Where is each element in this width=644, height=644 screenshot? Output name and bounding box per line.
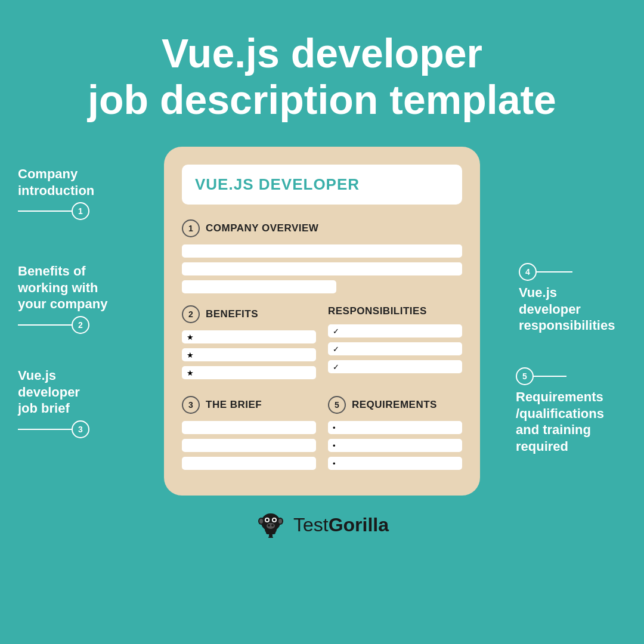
star-icon-2: ★	[187, 351, 194, 360]
responsibility-3: ✓	[328, 360, 462, 373]
badge-5: 5	[516, 367, 534, 385]
section-benefits: 2 BENEFITS ★ ★ ★	[182, 305, 316, 384]
check-icon-3: ✓	[333, 363, 339, 371]
svg-point-8	[266, 519, 268, 521]
job-title-box: VUE.JS DEVELOPER	[182, 165, 462, 205]
brief-line-2	[182, 439, 316, 452]
svg-rect-15	[268, 537, 273, 538]
svg-point-4	[259, 519, 263, 524]
bullet-icon-1: •	[333, 423, 336, 432]
badge-1: 1	[72, 202, 89, 220]
title-line2: job description template	[88, 77, 556, 122]
check-icon-2: ✓	[333, 345, 339, 354]
brand-light: Test	[293, 514, 329, 535]
requirement-1: •	[328, 421, 462, 434]
svg-point-5	[278, 519, 282, 524]
section-requirements: 5 REQUIREMENTS • • •	[328, 396, 462, 475]
responsibility-1: ✓	[328, 324, 462, 338]
star-icon-1: ★	[187, 333, 194, 342]
brief-line-3	[182, 457, 316, 470]
bullet-icon-2: •	[333, 441, 336, 450]
annotation-1: Companyintroduction 1	[18, 166, 94, 220]
check-icon-1: ✓	[333, 327, 339, 336]
title-line1: Vue.js developer	[162, 30, 482, 76]
section-4-title: RESPONSIBILITIES	[328, 305, 427, 317]
gorilla-icon	[255, 509, 286, 540]
badge-3: 3	[72, 420, 89, 438]
requirement-3: •	[328, 457, 462, 470]
ann-3-text: Vue.jsdeveloperjob brief	[18, 367, 80, 417]
section-5-badge: 5	[328, 396, 346, 414]
overview-line-2	[182, 262, 462, 275]
section-company-overview: 1 COMPANY OVERVIEW	[182, 219, 462, 293]
job-title: VUE.JS DEVELOPER	[195, 175, 360, 193]
svg-point-12	[271, 524, 274, 527]
svg-rect-13	[266, 531, 275, 534]
section-responsibilities: RESPONSIBILITIES ✓ ✓ ✓	[328, 305, 462, 384]
annotation-5: 5 Requirements/qualificationsand trainin…	[516, 367, 626, 454]
annotation-4: 4 Vue.jsdeveloperresponsibilities	[519, 263, 626, 334]
section-3-title: THE BRIEF	[206, 399, 262, 411]
ann-5-text: Requirements/qualificationsand trainingr…	[516, 389, 604, 454]
section-2-badge: 2	[182, 305, 200, 323]
svg-point-9	[273, 519, 275, 521]
overview-line-1	[182, 244, 462, 258]
responsibility-2: ✓	[328, 342, 462, 355]
section-1-badge: 1	[182, 219, 200, 237]
badge-2: 2	[72, 316, 89, 334]
benefit-1: ★	[182, 330, 316, 343]
annotation-2: Benefits ofworking withyour company 2	[18, 263, 107, 334]
overview-line-3	[182, 280, 336, 293]
badge-4: 4	[519, 263, 537, 281]
benefit-2: ★	[182, 348, 316, 361]
ann-1-text: Companyintroduction	[18, 166, 94, 199]
svg-rect-14	[269, 534, 273, 537]
section-2-title: BENEFITS	[206, 308, 258, 320]
section-brief: 3 THE BRIEF	[182, 396, 316, 475]
footer: TestGorilla	[0, 509, 644, 540]
ann-2-text: Benefits ofworking withyour company	[18, 263, 107, 312]
section-5-title: REQUIREMENTS	[352, 399, 437, 411]
section-1-title: COMPANY OVERVIEW	[206, 222, 318, 234]
footer-brand-text: TestGorilla	[293, 514, 389, 536]
job-description-card: VUE.JS DEVELOPER 1 COMPANY OVERVIEW 2	[164, 147, 480, 496]
star-icon-3: ★	[187, 369, 194, 377]
svg-point-10	[267, 523, 275, 529]
requirement-2: •	[328, 439, 462, 452]
brand-bold: Gorilla	[329, 514, 389, 535]
ann-4-text: Vue.jsdeveloperresponsibilities	[519, 285, 615, 333]
bullet-icon-3: •	[333, 459, 336, 468]
svg-point-11	[268, 524, 270, 527]
section-3-badge: 3	[182, 396, 200, 414]
annotation-3: Vue.jsdeveloperjob brief 3	[18, 367, 89, 438]
main-title: Vue.js developer job description templat…	[0, 0, 644, 141]
brief-line-1	[182, 421, 316, 434]
benefit-3: ★	[182, 366, 316, 379]
